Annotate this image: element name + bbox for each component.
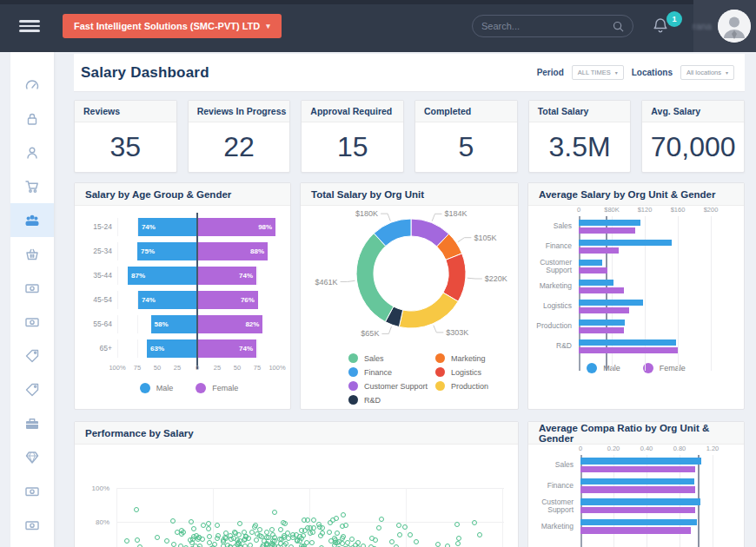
legend-item-finance[interactable]: Finance xyxy=(348,367,428,377)
legend-label: Female xyxy=(212,384,238,392)
scatter-point xyxy=(302,517,307,523)
chart-title: Total Salary by Org Unit xyxy=(301,183,518,206)
legend-item-female[interactable]: Female xyxy=(643,363,686,373)
scatter-point xyxy=(124,538,129,544)
sidebar-item-briefcase[interactable] xyxy=(10,406,54,440)
legend-label: Male xyxy=(156,384,174,392)
search-input[interactable] xyxy=(481,21,613,31)
sidebar-item-tag[interactable] xyxy=(10,372,54,406)
age-group-label: 15-24 xyxy=(88,222,117,231)
legend-label: Customer Support xyxy=(364,382,428,391)
period-select[interactable]: ALL TIMES ▾ xyxy=(572,65,624,80)
age-group-label: 55-64 xyxy=(88,320,117,328)
legend-item-production[interactable]: Production xyxy=(435,381,488,391)
sidebar-item-money[interactable] xyxy=(10,271,54,305)
male-bar xyxy=(580,498,700,505)
sidebar-item-cart[interactable] xyxy=(10,169,54,203)
bar-group xyxy=(580,498,700,513)
grouped-bar-chart: 0$80K$120$160$200Sales Finance CustomerS… xyxy=(528,206,744,373)
scatter-point xyxy=(252,524,257,530)
bar-group xyxy=(579,260,607,274)
company-selector-button[interactable]: Fast Intelligent Solutions (SMC-PVT) LTD… xyxy=(63,14,282,38)
female-bar: 98% xyxy=(197,218,275,236)
chevron-down-icon: ▾ xyxy=(726,69,728,76)
company-selector-label: Fast Intelligent Solutions (SMC-PVT) LTD xyxy=(74,21,260,31)
donut-value-label: $65K xyxy=(361,329,379,338)
sidebar-item-users[interactable] xyxy=(10,203,54,237)
legend-dot xyxy=(435,353,445,363)
scatter-point xyxy=(164,538,169,544)
tornado-row: 45-54 74% 76% xyxy=(88,287,290,312)
male-bar xyxy=(579,240,672,246)
category-label: Sales xyxy=(528,222,579,230)
bar-group xyxy=(579,220,640,234)
scatter-point xyxy=(456,536,461,541)
kpi-value: 70,000 xyxy=(642,122,744,171)
male-bar xyxy=(579,260,602,266)
scatter-point xyxy=(221,537,226,543)
legend-item-male[interactable]: Male xyxy=(587,363,620,373)
category-label: Marketing xyxy=(528,282,579,290)
donut-value-label: $184K xyxy=(445,209,468,218)
scatter-chart: 100%80%60% xyxy=(75,445,518,547)
hamburger-menu-icon[interactable] xyxy=(19,20,40,32)
category-label: Logistics xyxy=(528,302,579,310)
kpi-value: 15 xyxy=(302,122,403,171)
sidebar-item-money[interactable] xyxy=(10,508,54,542)
locations-label: Locations xyxy=(632,68,673,77)
female-bar xyxy=(579,267,607,274)
user-menu[interactable]: rana xyxy=(693,0,756,52)
legend-item-marketing[interactable]: Marketing xyxy=(435,353,488,363)
period-value: ALL TIMES xyxy=(578,69,611,76)
male-bar xyxy=(579,300,643,306)
scatter-point xyxy=(369,536,375,541)
male-bar xyxy=(579,280,613,286)
legend-item-r-d[interactable]: R&D xyxy=(348,395,428,405)
scatter-point xyxy=(454,522,460,527)
female-bar xyxy=(580,466,695,473)
sidebar-item-gem[interactable] xyxy=(10,440,54,474)
scatter-point xyxy=(282,521,288,526)
bar-group xyxy=(580,458,701,472)
scatter-point xyxy=(304,540,309,545)
scatter-point xyxy=(175,530,180,535)
legend-item-logistics[interactable]: Logistics xyxy=(435,367,488,377)
user-icon xyxy=(24,145,40,161)
scatter-point xyxy=(389,539,395,544)
legend-label: Marketing xyxy=(451,354,486,363)
female-bar: 76% xyxy=(197,291,258,309)
locations-select[interactable]: All locations ▾ xyxy=(680,65,734,80)
sidebar-item-user[interactable] xyxy=(10,135,54,169)
scatter-point xyxy=(223,531,229,536)
legend-item-customer-support[interactable]: Customer Support xyxy=(348,381,428,391)
female-bar-zone: 98% xyxy=(197,218,277,236)
sidebar-item-gauge[interactable] xyxy=(10,68,54,102)
lock-icon xyxy=(24,111,40,127)
male-bar: 74% xyxy=(138,218,197,236)
chart-title: Salary by Age Group & Gender xyxy=(75,183,290,206)
kpi-label: Reviews xyxy=(75,101,176,122)
female-bar xyxy=(580,507,695,514)
tornado-row: 35-44 87% 74% xyxy=(88,263,290,287)
kpi-card: Reviews In Progress 22 xyxy=(188,100,291,173)
sidebar-item-lock[interactable] xyxy=(10,102,54,135)
age-group-label: 45-54 xyxy=(88,295,117,304)
scatter-point xyxy=(237,521,242,526)
legend-item-male[interactable]: Male xyxy=(140,383,174,393)
legend-item-sales[interactable]: Sales xyxy=(348,353,428,363)
sidebar-item-tag[interactable] xyxy=(10,339,54,372)
sidebar-item-money[interactable] xyxy=(10,305,54,339)
female-bar: 74% xyxy=(197,339,256,358)
sidebar-item-basket[interactable] xyxy=(10,237,54,271)
kpi-card: Completed 5 xyxy=(414,100,518,173)
tag-icon xyxy=(24,382,40,398)
kpi-card: Reviews 35 xyxy=(74,100,177,173)
category-label: R&D xyxy=(528,342,579,350)
legend-dot xyxy=(435,381,445,391)
legend-item-female[interactable]: Female xyxy=(196,383,238,393)
kpi-value: 35 xyxy=(75,122,176,171)
page-header: Salary Dashboard Period ALL TIMES ▾ Loca… xyxy=(74,54,745,92)
scatter-point xyxy=(207,534,212,539)
locations-value: All locations xyxy=(686,69,721,76)
sidebar-item-money[interactable] xyxy=(10,474,54,508)
